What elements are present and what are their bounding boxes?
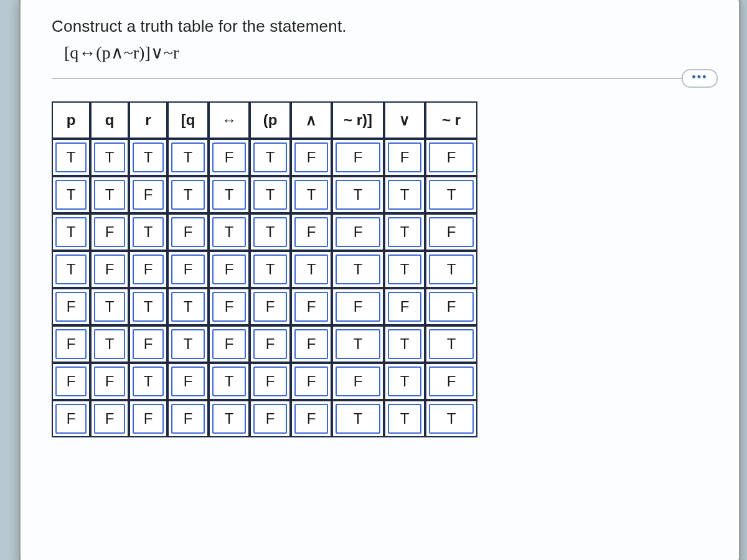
col-and-icon: ∧ (291, 101, 332, 139)
truth-cell[interactable]: T (129, 363, 167, 400)
truth-cell[interactable]: T (332, 176, 384, 213)
truth-cell[interactable]: T (90, 139, 129, 176)
truth-cell[interactable]: F (250, 400, 291, 437)
truth-cell[interactable]: T (90, 176, 129, 213)
truth-cell[interactable]: F (209, 325, 250, 363)
truth-cell[interactable]: T (291, 251, 332, 288)
col-q: q (90, 101, 129, 139)
truth-cell[interactable]: T (90, 325, 129, 363)
table-header-row: p q r [q ↔ (p ∧ ~ r)] ∨ ~ r (52, 101, 477, 139)
truth-cell[interactable]: T (425, 325, 477, 363)
truth-cell[interactable]: F (129, 325, 167, 363)
truth-cell[interactable]: T (384, 400, 425, 437)
truth-cell[interactable]: F (332, 288, 384, 325)
truth-cell[interactable]: F (167, 363, 209, 400)
truth-cell[interactable]: F (425, 213, 477, 251)
truth-cell[interactable]: F (167, 213, 209, 251)
truth-cell[interactable]: F (250, 325, 291, 363)
table-row: TTTTFTFFFF (52, 139, 477, 176)
truth-table: p q r [q ↔ (p ∧ ~ r)] ∨ ~ r TTTTFTFFFFTT… (52, 101, 477, 437)
truth-cell[interactable]: F (425, 363, 477, 400)
truth-cell[interactable]: T (250, 251, 291, 288)
table-row: FFTFTFFFTF (52, 363, 477, 400)
truth-cell[interactable]: F (425, 288, 477, 325)
truth-cell[interactable]: T (90, 288, 129, 325)
truth-cell[interactable]: F (332, 213, 384, 251)
truth-cell[interactable]: T (129, 139, 167, 176)
truth-cell[interactable]: F (291, 325, 332, 363)
col-p2: (p (250, 101, 291, 139)
truth-cell[interactable]: T (52, 139, 90, 176)
truth-cell[interactable]: T (167, 176, 209, 213)
truth-cell[interactable]: F (250, 363, 291, 400)
truth-cell[interactable]: F (90, 213, 129, 251)
truth-cell[interactable]: T (209, 176, 250, 213)
truth-cell[interactable]: F (291, 288, 332, 325)
logic-statement: [q↔(p∧~r)]∨~r (64, 42, 714, 63)
truth-cell[interactable]: T (332, 400, 384, 437)
truth-cell[interactable]: F (52, 363, 90, 400)
truth-cell[interactable]: F (250, 288, 291, 325)
truth-cell[interactable]: F (425, 139, 477, 176)
truth-cell[interactable]: T (129, 213, 167, 251)
col-r: r (129, 101, 167, 139)
truth-cell[interactable]: T (384, 213, 425, 251)
col-or-icon: ∨ (384, 101, 425, 139)
more-button[interactable]: ••• (682, 69, 718, 88)
truth-cell[interactable]: T (52, 251, 90, 288)
truth-cell[interactable]: F (90, 251, 129, 288)
col-biconditional-icon: ↔ (209, 101, 250, 139)
col-q2: [q (167, 101, 209, 139)
table-row: TFFFFTTTTT (52, 251, 477, 288)
truth-cell[interactable]: T (425, 176, 477, 213)
truth-cell[interactable]: T (250, 213, 291, 251)
col-not-r2: ~ r (425, 101, 477, 139)
truth-cell[interactable]: F (90, 363, 129, 400)
truth-cell[interactable]: T (209, 400, 250, 437)
truth-cell[interactable]: T (250, 139, 291, 176)
truth-cell[interactable]: F (291, 400, 332, 437)
truth-cell[interactable]: F (90, 400, 129, 437)
truth-cell[interactable]: T (52, 176, 90, 213)
truth-cell[interactable]: T (167, 139, 209, 176)
truth-cell[interactable]: T (167, 288, 209, 325)
truth-cell[interactable]: F (384, 139, 425, 176)
truth-cell[interactable]: F (291, 139, 332, 176)
table-row: TFTFTTFFTF (52, 213, 477, 251)
truth-cell[interactable]: T (384, 251, 425, 288)
truth-cell[interactable]: T (129, 288, 167, 325)
truth-cell[interactable]: T (250, 176, 291, 213)
truth-cell[interactable]: F (384, 288, 425, 325)
truth-cell[interactable]: F (332, 363, 384, 400)
truth-cell[interactable]: T (332, 325, 384, 363)
truth-cell[interactable]: T (425, 400, 477, 437)
truth-cell[interactable]: T (384, 176, 425, 213)
truth-cell[interactable]: F (167, 251, 209, 288)
truth-cell[interactable]: T (52, 213, 90, 251)
truth-cell[interactable]: T (291, 176, 332, 213)
truth-cell[interactable]: T (425, 251, 477, 288)
truth-cell[interactable]: T (209, 213, 250, 251)
truth-cell[interactable]: F (209, 251, 250, 288)
col-p: p (52, 101, 90, 139)
truth-cell[interactable]: F (129, 176, 167, 213)
truth-cell[interactable]: F (291, 213, 332, 251)
truth-cell[interactable]: F (129, 251, 167, 288)
truth-cell[interactable]: F (332, 139, 384, 176)
truth-cell[interactable]: F (52, 400, 90, 437)
truth-cell[interactable]: F (209, 139, 250, 176)
truth-cell[interactable]: T (384, 363, 425, 400)
col-not-r: ~ r)] (332, 101, 384, 139)
truth-cell[interactable]: T (332, 251, 384, 288)
table-row: FFFFTFFTTT (52, 400, 477, 437)
table-row: FTTTFFFFFF (52, 288, 477, 325)
truth-cell[interactable]: T (167, 325, 209, 363)
truth-cell[interactable]: T (209, 363, 250, 400)
truth-cell[interactable]: F (52, 325, 90, 363)
truth-cell[interactable]: T (384, 325, 425, 363)
truth-cell[interactable]: F (52, 288, 90, 325)
truth-cell[interactable]: F (167, 400, 209, 437)
truth-cell[interactable]: F (291, 363, 332, 400)
truth-cell[interactable]: F (209, 288, 250, 325)
truth-cell[interactable]: F (129, 400, 167, 437)
